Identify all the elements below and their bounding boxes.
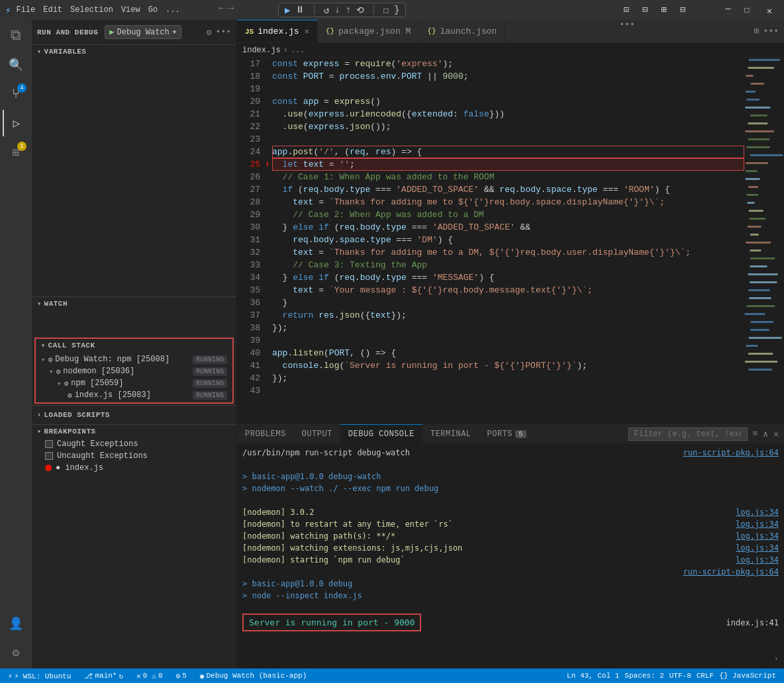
status-language[interactable]: {} JavaScript <box>716 672 779 680</box>
status-wsl[interactable]: ⚡ ⚡ WSL: Ubuntu <box>5 668 74 683</box>
nav-back[interactable]: ← <box>219 3 225 15</box>
menu-file[interactable]: File <box>16 5 35 15</box>
activity-explorer[interactable]: ⧉ <box>3 23 29 49</box>
tab-more-button[interactable]: ••• <box>614 20 640 42</box>
panel-close-icon[interactable]: ✕ <box>773 429 779 439</box>
layouts-button[interactable]: ⊡ <box>623 4 628 17</box>
debug-watch-icon: ◉ <box>200 672 205 680</box>
callstack-section: ▾ CALL STACK ▾ ⚙ Debug Watch: npm [25008… <box>34 338 234 404</box>
activity-source-control[interactable]: ⑂ 4 <box>3 81 29 107</box>
log-link-5[interactable]: log.js:34 <box>736 554 779 566</box>
split-editor-icon[interactable]: ⊞ <box>754 26 760 36</box>
menu-more[interactable]: ... <box>166 5 180 15</box>
breadcrumb-file[interactable]: index.js <box>242 46 281 55</box>
grid-layout-button[interactable]: ⊟ <box>680 4 685 17</box>
console-line-blank3: run-script-pkg.js:64 <box>242 566 779 578</box>
panel-tab-ports[interactable]: PORTS 5 <box>479 424 535 443</box>
code-content[interactable]: const express = require('express'); cons… <box>267 58 744 424</box>
callstack-header[interactable]: ▾ CALL STACK <box>36 339 232 352</box>
run-script-link-2[interactable]: run-script-pkg.js:64 <box>683 566 779 578</box>
activity-settings[interactable]: ⚙ <box>3 639 29 666</box>
debug-config-button[interactable]: ▶ Debug Watch ▾ <box>105 25 181 39</box>
panel-layout-button[interactable]: ⊞ <box>661 4 666 17</box>
warning-icon: ⚠ <box>152 672 156 680</box>
menu-view[interactable]: View <box>121 5 140 15</box>
minimize-button[interactable]: ─ <box>725 4 730 17</box>
activity-search[interactable]: 🔍 <box>3 52 29 78</box>
breadcrumb-symbol[interactable]: ... <box>291 46 305 55</box>
disconnect-button[interactable]: ☐ <box>381 5 391 16</box>
error-icon: ✕ <box>136 672 141 680</box>
position-label: Ln 43, Col 1 <box>567 672 619 680</box>
encoding-label: UTF-8 <box>669 672 691 680</box>
menu-edit[interactable]: Edit <box>43 5 62 15</box>
step-over-button[interactable]: ↓ <box>332 5 342 15</box>
variables-header[interactable]: ▾ VARIABLES <box>32 45 236 58</box>
status-encoding[interactable]: UTF-8 <box>667 672 694 680</box>
step-out-button[interactable]: ⟲ <box>354 5 366 16</box>
callstack-item-indexjs[interactable]: ⚙ index.js [25083] RUNNING <box>36 389 232 401</box>
maximize-button[interactable]: ☐ <box>744 4 750 17</box>
sidebar-layout-button[interactable]: ⊟ <box>642 4 648 17</box>
loaded-scripts-header[interactable]: › LOADED SCRIPTS <box>32 408 236 422</box>
code-line-20: const app = express() <box>272 95 744 108</box>
status-errors[interactable]: ✕ 0 ⚠ 0 <box>134 668 165 683</box>
tab-icon-launchjson: {} <box>427 27 436 35</box>
tab-indexjs[interactable]: JS index.js ✕ <box>237 20 318 42</box>
continue-button[interactable]: ▶ <box>283 5 292 16</box>
code-line-27: if (req.body.type === 'ADDED_TO_SPACE' &… <box>272 183 744 196</box>
status-spaces[interactable]: Spaces: 2 <box>622 672 666 680</box>
sidebar: RUN AND DEBUG ▶ Debug Watch ▾ ⚙ ••• ▾ VA… <box>32 20 237 668</box>
restart-button[interactable]: ↺ <box>322 5 331 16</box>
wsl-icon: ⚡ <box>8 672 13 680</box>
filter-input[interactable] <box>628 428 748 441</box>
console-line-nodemon-5: [nodemon] starting `npm run debug` log.j… <box>242 554 779 566</box>
callstack-item-nodemon[interactable]: ▾ ⚙ nodemon [25036] RUNNING <box>36 365 232 377</box>
console-line-prompt-3: > basic-app@1.0.0 debug <box>242 578 779 590</box>
log-link-1[interactable]: log.js:34 <box>736 506 779 518</box>
console-output[interactable]: /usr/bin/npm run-script debug-watch run-… <box>237 444 784 668</box>
indexjs-link[interactable]: index.js:41 <box>726 618 779 627</box>
tab-launchjson[interactable]: {} launch.json <box>419 20 505 42</box>
status-git-branch[interactable]: ⎇ main* ↻ <box>81 668 126 683</box>
vscode-icon: ⚡ <box>5 5 11 16</box>
panel-tab-output[interactable]: OUTPUT <box>294 424 340 443</box>
watch-header[interactable]: ▾ WATCH <box>32 297 236 310</box>
pause-button[interactable]: ⏸ <box>293 5 307 15</box>
log-link-4[interactable]: log.js:34 <box>736 542 779 554</box>
close-button[interactable]: ✕ <box>763 4 776 17</box>
caught-exceptions-checkbox[interactable] <box>45 440 53 448</box>
callstack-item-npm[interactable]: ▾ ⚙ npm [25059] RUNNING <box>36 377 232 389</box>
code-editor[interactable]: 17 18 19 20 21 22 23 24 25 26 27 28 29 3… <box>237 58 784 424</box>
status-line-ending[interactable]: CRLF <box>694 672 716 680</box>
tab-close-indexjs[interactable]: ✕ <box>305 26 309 36</box>
status-position[interactable]: Ln 43, Col 1 <box>564 672 622 680</box>
log-link-3[interactable]: log.js:34 <box>736 530 779 542</box>
sidebar-more-icon[interactable]: ••• <box>216 27 231 38</box>
filter-list-icon[interactable]: ≡ <box>753 429 758 439</box>
breakpoints-header[interactable]: ▾ BREAKPOINTS <box>32 425 236 438</box>
run-script-link-1[interactable]: run-script-pkg.js:64 <box>683 447 779 459</box>
tab-packagejson[interactable]: {} package.json M <box>318 20 419 42</box>
log-link-2[interactable]: log.js:34 <box>736 518 779 530</box>
menu-go[interactable]: Go <box>148 5 158 15</box>
panel-up-icon[interactable]: ∧ <box>763 429 768 439</box>
step-into-button[interactable]: ↑ <box>344 5 353 15</box>
more-actions-icon[interactable]: ••• <box>763 26 779 36</box>
activity-account[interactable]: 👤 <box>3 610 29 637</box>
nav-forward[interactable]: → <box>228 3 234 15</box>
callstack-item-debug-watch[interactable]: ▾ ⚙ Debug Watch: npm [25008] RUNNING <box>36 353 232 365</box>
console-scroll-down[interactable]: › <box>774 654 779 663</box>
panel-tab-problems[interactable]: PROBLEMS <box>237 424 294 443</box>
close-debug-button[interactable]: } <box>392 5 401 15</box>
panel-tab-debug-console[interactable]: DEBUG CONSOLE <box>340 424 422 443</box>
status-debug[interactable]: ⚙ 5 <box>173 668 189 683</box>
status-debug-watch[interactable]: ◉ Debug Watch (basic-app) <box>197 668 309 683</box>
tab-bar: JS index.js ✕ {} package.json M {} launc… <box>237 20 784 43</box>
panel-tab-terminal[interactable]: TERMINAL <box>422 424 479 443</box>
activity-extensions[interactable]: ⊞ 1 <box>3 139 29 165</box>
uncaught-exceptions-checkbox[interactable] <box>45 452 53 460</box>
activity-run-debug[interactable]: ▷ <box>3 110 29 136</box>
menu-selection[interactable]: Selection <box>70 5 113 15</box>
sidebar-settings-icon[interactable]: ⚙ <box>207 27 212 38</box>
